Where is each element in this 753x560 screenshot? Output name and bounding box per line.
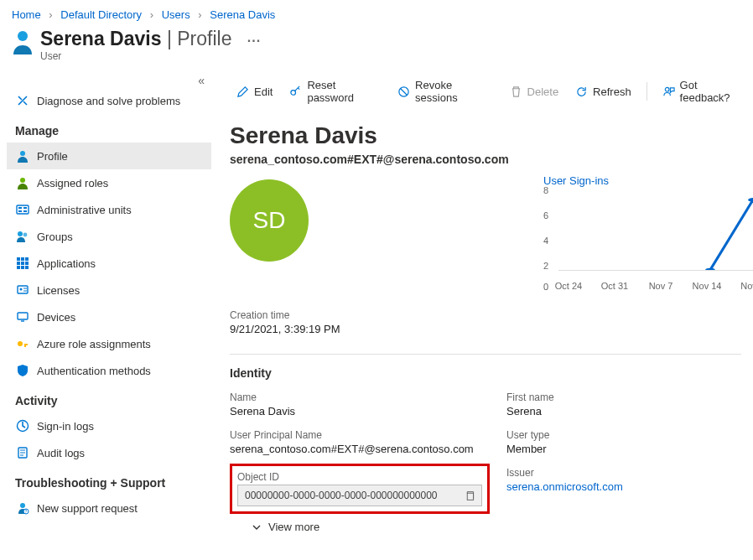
svg-point-20 bbox=[20, 288, 23, 291]
refresh-button[interactable]: Refresh bbox=[569, 82, 638, 101]
svg-rect-4 bbox=[18, 207, 22, 209]
object-id-highlight: Object ID bbox=[230, 464, 490, 514]
admin-units-icon bbox=[15, 202, 30, 217]
breadcrumb: Home › Default Directory › Users › Seren… bbox=[0, 0, 753, 24]
divider bbox=[230, 354, 741, 355]
field-value-issuer[interactable]: serena.onmicrosoft.com bbox=[506, 480, 623, 493]
sidebar-item-label: Devices bbox=[37, 311, 75, 324]
breadcrumb-item[interactable]: Users bbox=[162, 8, 190, 21]
button-label: Revoke sessions bbox=[415, 79, 492, 104]
sidebar-item-support[interactable]: ? New support request bbox=[7, 495, 211, 521]
feedback-button[interactable]: Got feedback? bbox=[656, 75, 753, 107]
sidebar-item-label: Licenses bbox=[37, 284, 80, 297]
field-label-issuer: Issuer bbox=[506, 467, 753, 479]
sidebar-item-label: Groups bbox=[37, 231, 73, 243]
svg-point-25 bbox=[20, 503, 25, 508]
support-icon: ? bbox=[15, 500, 30, 516]
chevron-right-icon: › bbox=[49, 8, 52, 21]
licenses-icon bbox=[15, 283, 30, 298]
y-tick: 8 bbox=[543, 185, 548, 195]
button-label: Got feedback? bbox=[680, 79, 746, 104]
signin-icon bbox=[15, 418, 30, 433]
y-tick: 0 bbox=[543, 282, 548, 292]
sidebar-item-label: Sign-in logs bbox=[37, 420, 94, 433]
field-label-name: Name bbox=[230, 391, 490, 403]
x-tick: Nov 14 bbox=[693, 281, 722, 291]
sidebar-item-devices[interactable]: Devices bbox=[7, 303, 211, 330]
sidebar-item-profile[interactable]: Profile bbox=[7, 143, 211, 169]
view-more-button[interactable]: View more bbox=[230, 514, 319, 537]
svg-point-2 bbox=[20, 178, 25, 183]
sidebar-item-assigned-roles[interactable]: Assigned roles bbox=[7, 169, 211, 196]
button-label: Edit bbox=[254, 86, 273, 98]
breadcrumb-item[interactable]: Default Directory bbox=[60, 8, 142, 21]
identity-header: Identity bbox=[230, 366, 753, 380]
field-label-firstname: First name bbox=[506, 391, 753, 403]
shield-icon bbox=[15, 363, 30, 378]
svg-rect-17 bbox=[21, 266, 24, 269]
sidebar-item-groups[interactable]: Groups bbox=[7, 223, 211, 250]
more-icon[interactable]: ··· bbox=[237, 34, 261, 48]
sidebar-item-diagnose[interactable]: Diagnose and solve problems bbox=[7, 87, 211, 114]
sidebar-item-azure-roles[interactable]: Azure role assignments bbox=[7, 330, 211, 357]
svg-rect-10 bbox=[17, 257, 20, 261]
sidebar-item-admin-units[interactable]: Administrative units bbox=[7, 196, 211, 223]
sidebar-item-auth-methods[interactable]: Authentication methods bbox=[7, 357, 211, 384]
breadcrumb-item[interactable]: Serena Davis bbox=[210, 8, 275, 21]
key-icon bbox=[15, 336, 30, 351]
breadcrumb-item[interactable]: Home bbox=[12, 8, 41, 21]
page-title-section: Profile bbox=[177, 28, 231, 49]
sidebar: « Diagnose and solve problems Manage Pro… bbox=[0, 70, 216, 537]
chevron-right-icon: › bbox=[198, 8, 201, 21]
sidebar-item-audit-logs[interactable]: Audit logs bbox=[7, 439, 211, 466]
trash-icon bbox=[510, 86, 522, 98]
page-subtitle: User bbox=[40, 50, 741, 62]
svg-rect-5 bbox=[18, 210, 22, 212]
field-value-name: Serena Davis bbox=[230, 405, 490, 417]
svg-rect-13 bbox=[17, 262, 20, 265]
field-label-usertype: User type bbox=[506, 429, 753, 441]
svg-point-1 bbox=[20, 151, 25, 156]
sidebar-item-label: Diagnose and solve problems bbox=[37, 95, 180, 107]
profile-icon bbox=[15, 148, 30, 163]
x-tick: Nov 7 bbox=[649, 281, 673, 291]
profile-upn: serena_contoso.com#EXT#@serena.contoso.c… bbox=[230, 153, 753, 166]
svg-point-22 bbox=[18, 341, 23, 346]
y-tick: 4 bbox=[543, 236, 548, 246]
sidebar-item-label: Authentication methods bbox=[37, 365, 151, 377]
audit-icon bbox=[15, 445, 30, 460]
chevron-right-icon: › bbox=[150, 8, 153, 21]
sidebar-item-licenses[interactable]: Licenses bbox=[7, 277, 211, 303]
view-more-label: View more bbox=[268, 521, 319, 533]
key-icon bbox=[289, 86, 302, 98]
sidebar-item-label: Assigned roles bbox=[37, 177, 108, 189]
collapse-sidebar-button[interactable]: « bbox=[7, 74, 216, 87]
reset-password-button[interactable]: Reset password bbox=[283, 75, 387, 107]
sidebar-item-label: Audit logs bbox=[37, 447, 85, 459]
delete-button: Delete bbox=[503, 82, 566, 101]
sidebar-item-applications[interactable]: Applications bbox=[7, 250, 211, 277]
svg-rect-15 bbox=[25, 262, 29, 265]
sidebar-item-signin-logs[interactable]: Sign-in logs bbox=[7, 412, 211, 439]
x-tick: Nov bbox=[740, 281, 753, 291]
copy-icon[interactable] bbox=[463, 489, 476, 502]
svg-rect-16 bbox=[17, 266, 20, 269]
svg-rect-3 bbox=[17, 205, 29, 214]
button-label: Reset password bbox=[307, 79, 381, 104]
svg-rect-7 bbox=[23, 210, 27, 212]
sidebar-group-troubleshooting: Troubleshooting + Support bbox=[7, 466, 216, 495]
field-value-firstname: Serena bbox=[506, 405, 753, 417]
field-label-objectid: Object ID bbox=[237, 471, 482, 483]
edit-button[interactable]: Edit bbox=[230, 82, 279, 101]
y-tick: 6 bbox=[543, 210, 548, 220]
chart-title-link[interactable]: User Sign-ins bbox=[543, 174, 753, 187]
user-icon bbox=[12, 28, 37, 56]
object-id-input[interactable] bbox=[243, 489, 463, 502]
devices-icon bbox=[15, 309, 30, 324]
svg-rect-11 bbox=[21, 257, 24, 261]
refresh-icon bbox=[575, 86, 588, 98]
button-label: Delete bbox=[527, 86, 559, 98]
button-label: Refresh bbox=[593, 86, 631, 98]
page-title-name: Serena Davis bbox=[40, 28, 161, 49]
revoke-sessions-button[interactable]: Revoke sessions bbox=[391, 75, 499, 107]
